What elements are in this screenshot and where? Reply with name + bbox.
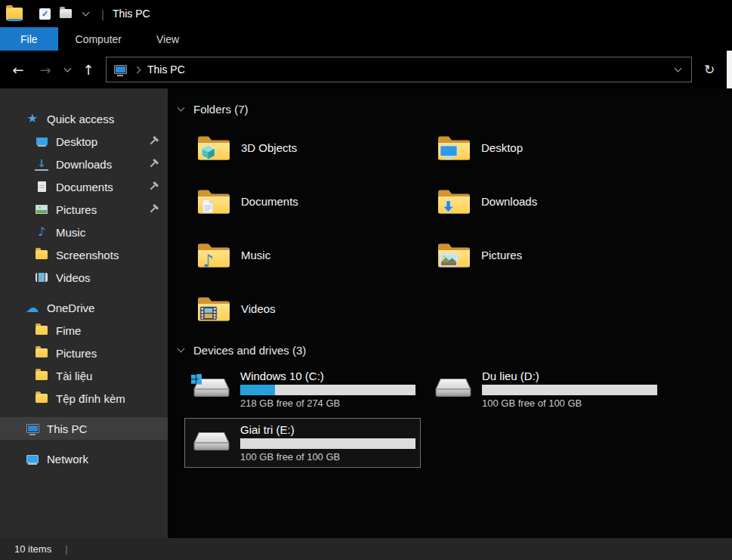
folders-section-header: Folders (7)	[178, 101, 732, 117]
folder-name: Videos	[241, 302, 276, 315]
folder-name: Downloads	[481, 195, 537, 208]
drive-free-space: 218 GB free of 274 GB	[240, 398, 413, 409]
pin-icon	[147, 158, 160, 171]
window-body: ★ Quick access Desktop ↓ Downloads Docum…	[0, 88, 732, 538]
sidebar-item-pictures[interactable]: Pictures	[0, 198, 168, 221]
collapse-chevron-icon[interactable]	[178, 104, 185, 112]
file-explorer-window: ✓ | This PC File Computer View ← → ↑ Thi…	[0, 0, 732, 560]
sidebar-item-quick-access[interactable]: ★ Quick access	[0, 107, 168, 130]
sidebar-item-tep-dinh-kem[interactable]: Tệp đính kèm	[0, 387, 168, 410]
explorer-app-icon	[6, 8, 23, 20]
sidebar-item-fime[interactable]: Fime	[0, 319, 168, 342]
star-icon: ★	[27, 113, 38, 125]
qat-customize-button[interactable]	[76, 4, 96, 23]
sidebar-label: Fime	[56, 324, 81, 337]
forward-button[interactable]: →	[32, 57, 59, 82]
folder-tile-documents[interactable]: Documents	[196, 183, 423, 219]
music-icon: ♪	[38, 226, 45, 238]
scrollbar-strip	[727, 51, 732, 88]
drive-tile-e[interactable]: Giai tri (E:) 100 GB free of 100 GB	[184, 418, 421, 468]
window-title: This PC	[113, 8, 150, 20]
videos-icon	[36, 273, 48, 282]
drive-name: Windows 10 (C:)	[240, 370, 413, 382]
sidebar-label: Network	[47, 453, 88, 466]
hard-drive-icon	[434, 376, 473, 402]
sidebar-item-onedrive-pictures[interactable]: Pictures	[0, 342, 168, 364]
qat-properties-button[interactable]: ✓	[35, 4, 55, 23]
sidebar-label: Tệp đính kèm	[56, 392, 125, 405]
folder-icon-pictures	[437, 240, 471, 269]
chevron-down-icon	[82, 9, 90, 17]
sidebar-label: Quick access	[47, 113, 114, 125]
sidebar-label: This PC	[47, 422, 87, 435]
sidebar-label: Music	[56, 226, 85, 239]
collapse-chevron-icon[interactable]	[178, 345, 185, 353]
address-bar[interactable]: This PC	[106, 57, 692, 82]
sidebar-item-documents[interactable]: Documents	[0, 175, 168, 198]
sidebar-item-music[interactable]: ♪ Music	[0, 221, 168, 243]
folder-tile-videos[interactable]: Videos	[196, 290, 423, 326]
statusbar-separator: |	[65, 543, 67, 555]
sidebar-label: OneDrive	[47, 302, 94, 314]
folder-icon-3d-objects	[196, 133, 231, 162]
ribbon-tab-bar: File Computer View	[0, 27, 732, 51]
folder-icon-videos	[196, 294, 231, 323]
drive-free-space: 100 GB free of 100 GB	[240, 451, 413, 463]
section-title: Devices and drives (3)	[193, 344, 306, 357]
pin-icon	[147, 203, 160, 216]
folder-tile-downloads[interactable]: Downloads	[437, 183, 663, 219]
sidebar-label: Tài liệu	[56, 370, 92, 382]
folder-icon-documents	[196, 187, 231, 215]
drive-tile-d[interactable]: Du lieu (D:) 100 GB free of 100 GB	[426, 364, 663, 414]
this-pc-icon	[114, 65, 127, 74]
folder-name: Documents	[241, 195, 298, 208]
pictures-icon	[36, 205, 48, 214]
tab-computer[interactable]: Computer	[58, 27, 139, 51]
sidebar-item-this-pc[interactable]: This PC	[0, 417, 168, 440]
recent-locations-button[interactable]	[59, 57, 76, 82]
downloads-icon: ↓	[35, 158, 48, 171]
sidebar-label: Videos	[56, 271, 91, 284]
folder-icon	[36, 348, 48, 357]
folder-tile-pictures[interactable]: Pictures	[437, 237, 663, 273]
pin-icon	[147, 181, 160, 193]
sidebar-item-tai-lieu[interactable]: Tài liệu	[0, 364, 168, 387]
up-button[interactable]: ↑	[76, 57, 101, 82]
sidebar-item-network[interactable]: Network	[0, 447, 168, 470]
sidebar-item-downloads[interactable]: ↓ Downloads	[0, 153, 168, 175]
sidebar-item-screenshots[interactable]: Screenshots	[0, 243, 168, 266]
drive-name: Giai tri (E:)	[240, 423, 413, 436]
cloud-icon: ☁	[26, 302, 39, 314]
drive-free-space: 100 GB free of 100 GB	[482, 398, 655, 409]
title-bar: ✓ | This PC	[0, 0, 732, 27]
sidebar-item-desktop[interactable]: Desktop	[0, 130, 168, 153]
sidebar-label: Documents	[56, 181, 113, 193]
file-list-pane: Folders (7) 3D Objects D	[168, 88, 732, 538]
folder-tile-3d-objects[interactable]: 3D Objects	[196, 129, 423, 166]
sidebar-item-onedrive[interactable]: ☁ OneDrive	[0, 296, 168, 319]
chevron-right-icon[interactable]	[134, 66, 141, 73]
windows-logo-icon	[191, 374, 202, 385]
back-button[interactable]: ←	[5, 57, 32, 82]
drive-usage-bar	[482, 385, 657, 395]
computer-icon	[26, 424, 39, 433]
folder-tile-desktop[interactable]: Desktop	[437, 129, 663, 166]
status-bar: 10 items |	[0, 538, 732, 560]
hard-drive-icon	[192, 430, 231, 456]
titlebar-separator: |	[101, 8, 104, 20]
qat-new-folder-button[interactable]	[55, 4, 76, 23]
documents-icon	[38, 181, 46, 192]
tab-view[interactable]: View	[139, 27, 196, 51]
folder-icon	[36, 250, 48, 259]
drive-tile-c[interactable]: Windows 10 (C:) 218 GB free of 274 GB	[184, 364, 421, 414]
folder-tile-music[interactable]: ♪ Music	[196, 237, 423, 273]
address-dropdown-icon[interactable]	[675, 65, 682, 73]
navigation-pane: ★ Quick access Desktop ↓ Downloads Docum…	[0, 88, 168, 538]
address-breadcrumb[interactable]: This PC	[147, 63, 185, 76]
drive-usage-fill	[240, 385, 275, 395]
refresh-button[interactable]: ↻	[696, 57, 722, 82]
pin-icon	[147, 135, 160, 148]
tab-file[interactable]: File	[0, 27, 58, 51]
sidebar-label: Desktop	[56, 135, 97, 148]
sidebar-item-videos[interactable]: Videos	[0, 266, 168, 289]
